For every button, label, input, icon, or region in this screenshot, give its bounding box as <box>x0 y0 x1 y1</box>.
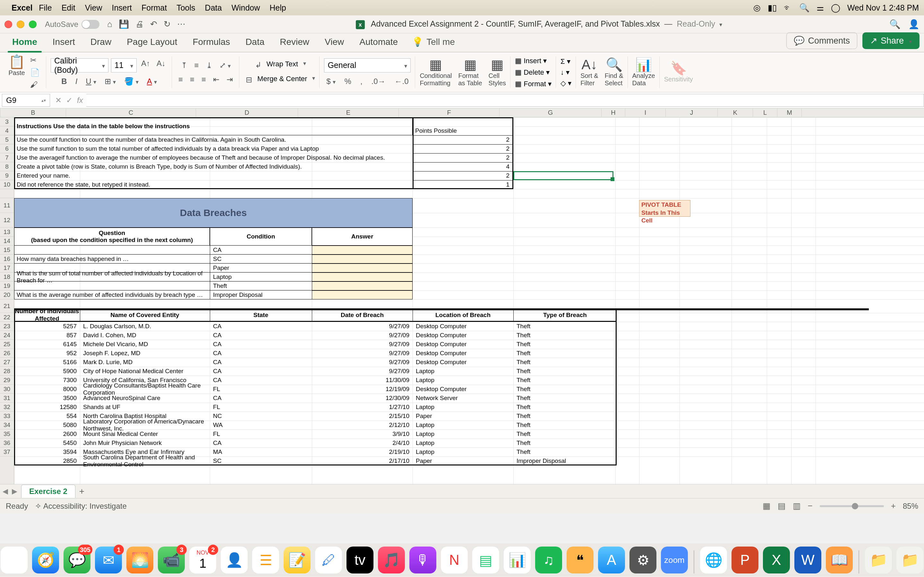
cut-icon[interactable]: ✂ <box>28 55 42 65</box>
row-18[interactable]: 18 <box>0 272 14 282</box>
row-23[interactable]: 23 <box>0 322 14 331</box>
dock-mail[interactable]: ✉1 <box>95 546 122 574</box>
row-34[interactable]: 34 <box>0 421 14 430</box>
tab-home[interactable]: Home <box>5 34 45 52</box>
fill-color-button[interactable]: 🪣 <box>122 76 141 87</box>
search-icon[interactable]: 🔍 <box>889 19 901 29</box>
outdent-icon[interactable]: ⇤ <box>211 74 221 85</box>
more-icon[interactable]: ⋯ <box>177 19 186 29</box>
control-center-icon[interactable]: ⚌ <box>817 3 824 13</box>
menu-view[interactable]: View <box>85 3 102 13</box>
col-H[interactable]: H <box>602 108 625 117</box>
dock-news[interactable]: N <box>441 546 468 574</box>
sheet-tab-exercise2[interactable]: Exercise 2 <box>21 485 75 498</box>
font-dropdown[interactable]: Calibri (Body) <box>51 58 108 73</box>
worksheet[interactable]: 3456789101112131415161718192021222324252… <box>0 117 924 484</box>
close-window-button[interactable] <box>5 21 12 28</box>
col-J[interactable]: J <box>666 108 718 117</box>
col-M[interactable]: M <box>777 108 802 117</box>
menu-window[interactable]: Window <box>231 3 260 13</box>
undo-icon[interactable]: ↶ <box>150 19 157 29</box>
sort-filter-button[interactable]: A↓Sort & Filter <box>580 58 598 87</box>
doc-dropdown[interactable] <box>717 19 722 28</box>
row-9[interactable]: 9 <box>0 171 14 180</box>
cancel-formula-icon[interactable]: ✕ <box>55 96 61 105</box>
row-30[interactable]: 30 <box>0 385 14 394</box>
tab-data[interactable]: Data <box>238 34 272 52</box>
italic-button[interactable]: I <box>73 76 79 87</box>
dock-notes[interactable]: 📝 <box>284 546 310 574</box>
row-6[interactable]: 6 <box>0 144 14 153</box>
spotlight-icon[interactable]: 🔍 <box>799 3 809 13</box>
tab-review[interactable]: Review <box>272 34 317 52</box>
siri-icon[interactable]: ◯ <box>831 3 840 13</box>
merge-center-button[interactable]: ⊟Merge & Center <box>244 75 315 85</box>
dock-books[interactable]: 📖 <box>826 546 853 574</box>
print-icon[interactable]: 🖨 <box>136 19 144 29</box>
accept-formula-icon[interactable]: ✓ <box>66 96 73 105</box>
shrink-font-icon[interactable]: A↓ <box>155 58 168 73</box>
zoom-level[interactable]: 85% <box>903 502 918 511</box>
row-26[interactable]: 26 <box>0 349 14 358</box>
col-G[interactable]: G <box>499 108 602 117</box>
row-24[interactable]: 24 <box>0 331 14 340</box>
row-19[interactable]: 19 <box>0 282 14 290</box>
dock-downloads[interactable]: 📁 <box>865 546 892 574</box>
view-normal-icon[interactable]: ▦ <box>762 501 771 511</box>
wrap-text-button[interactable]: ↲Wrap Text <box>253 60 306 70</box>
dock-facetime[interactable]: 📹3 <box>158 546 185 574</box>
row-7[interactable]: 7 <box>0 153 14 162</box>
dock-photos[interactable]: 🌅 <box>126 546 153 574</box>
dock-appstore[interactable]: A <box>598 546 625 574</box>
datetime[interactable]: Wed Nov 1 2:48 PM <box>847 3 919 13</box>
row-17[interactable]: 17 <box>0 263 14 272</box>
bold-button[interactable]: B <box>59 76 69 87</box>
align-middle-icon[interactable]: ≡ <box>192 60 201 71</box>
grid-area[interactable]: Instructions Use the data in the table b… <box>14 117 924 484</box>
minimize-window-button[interactable] <box>17 21 24 28</box>
col-C[interactable]: C <box>66 108 196 117</box>
paste-button[interactable]: 📋Paste <box>8 55 25 90</box>
autosave-toggle[interactable]: AutoSave <box>45 20 99 29</box>
dock-reminders[interactable]: ☰ <box>252 546 279 574</box>
tab-page-layout[interactable]: Page Layout <box>119 34 185 52</box>
format-painter-icon[interactable]: 🖌 <box>28 79 42 90</box>
col-N[interactable]: N <box>802 108 924 117</box>
dock-pages[interactable]: ❝ <box>567 546 594 574</box>
record-icon[interactable]: ◎ <box>753 3 761 13</box>
number-format-dropdown[interactable]: General <box>324 58 411 73</box>
dock-contacts[interactable]: 👤 <box>221 546 248 574</box>
dock-zoom[interactable]: zoom <box>661 546 688 574</box>
row-29[interactable]: 29 <box>0 376 14 385</box>
autosum-icon[interactable]: Σ ▾ <box>561 57 572 66</box>
comma-icon[interactable]: , <box>359 76 365 87</box>
font-size-dropdown[interactable]: 11 <box>111 58 137 73</box>
align-top-icon[interactable]: ⤒ <box>179 60 189 71</box>
toggle-switch[interactable] <box>81 20 99 29</box>
col-I[interactable]: I <box>625 108 666 117</box>
tab-formulas[interactable]: Formulas <box>185 34 238 52</box>
view-pagebreak-icon[interactable]: ▥ <box>793 501 801 511</box>
format-cells-button[interactable]: ▦ Format ▾ <box>515 80 551 88</box>
conditional-formatting-button[interactable]: ▦Conditional Formatting <box>420 58 452 87</box>
row-37[interactable]: 37 <box>0 448 14 456</box>
orientation-icon[interactable]: ⤢ <box>218 60 233 71</box>
align-center-icon[interactable]: ≡ <box>188 74 196 85</box>
row-5[interactable]: 5 <box>0 135 14 144</box>
row-16[interactable]: 16 <box>0 255 14 263</box>
dock-stocks[interactable]: 📊 <box>504 546 531 574</box>
dock-folder2[interactable]: 📁 <box>897 546 923 574</box>
accounting-icon[interactable]: $ <box>325 76 337 87</box>
tab-nav-next[interactable]: ▶ <box>12 487 17 496</box>
fx-icon[interactable]: fx <box>77 96 83 105</box>
formula-input[interactable] <box>86 94 924 107</box>
menu-format[interactable]: Format <box>142 3 167 13</box>
zoom-slider[interactable] <box>820 505 884 507</box>
row-27[interactable]: 27 <box>0 358 14 367</box>
col-E[interactable]: E <box>298 108 399 117</box>
dock-tv[interactable]: tv <box>347 546 373 574</box>
dock-settings[interactable]: ⚙ <box>630 546 656 574</box>
clear-icon[interactable]: ◇ ▾ <box>561 79 572 87</box>
tab-draw[interactable]: Draw <box>83 34 119 52</box>
indent-icon[interactable]: ⇥ <box>225 74 235 85</box>
